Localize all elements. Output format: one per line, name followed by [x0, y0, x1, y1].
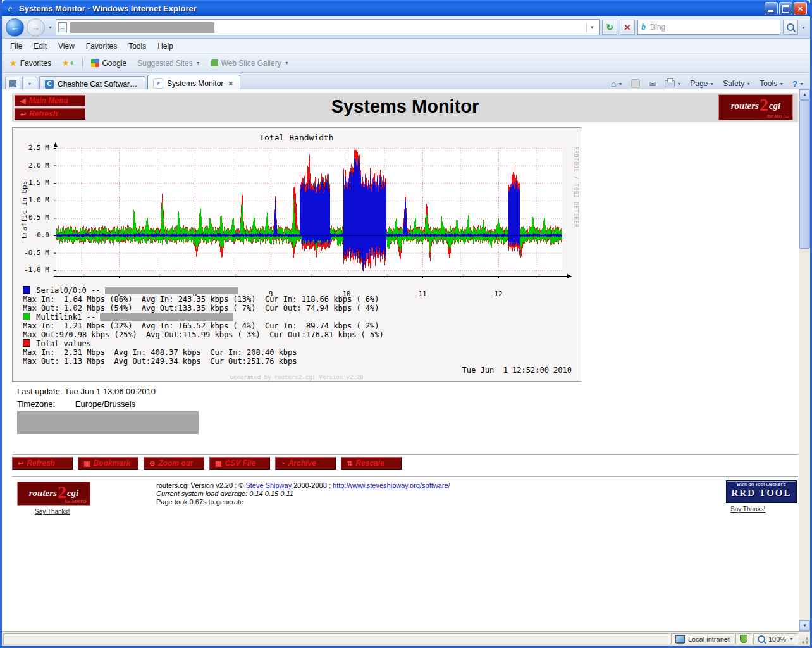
favorites-item-web-slice-gallery[interactable]: Web Slice Gallery ▼ [207, 57, 293, 70]
divider [12, 476, 798, 477]
search-input[interactable] [649, 22, 777, 32]
scroll-up-icon[interactable]: ▲ [799, 89, 810, 100]
resize-grip[interactable] [799, 633, 809, 644]
menu-view[interactable]: View [52, 39, 80, 53]
address-dropdown-icon[interactable]: ▼ [586, 23, 597, 32]
search-magnifier-icon [787, 23, 794, 31]
refresh-page-button[interactable]: ↻ [602, 20, 617, 35]
csv-file-button[interactable]: ▦CSV File [209, 457, 270, 470]
routers2cgi-logo: routers2cgi for MRTG [718, 94, 793, 120]
page-menu-button[interactable]: Page▼ [687, 78, 717, 89]
chevron-down-icon[interactable]: ▼ [789, 637, 794, 641]
close-tab-icon[interactable]: ✕ [227, 80, 234, 88]
footer-line-1: routers.cgi Version v2.20 : © Steve Ship… [156, 482, 450, 490]
search-box[interactable]: b [637, 20, 780, 35]
chevron-down-icon: ▼ [196, 61, 200, 65]
print-button[interactable]: ▼ [661, 79, 684, 89]
help-button[interactable]: ?▼ [789, 78, 807, 90]
rrdtool-logo: Built on Tobi Oetiker's RRD TOOL [726, 480, 797, 503]
legend-line: Multilink1 -- [23, 313, 574, 321]
zoom-level: 100% [768, 635, 786, 643]
graph-timestamp: Tue Jun 1 12:52:00 2010 [462, 366, 572, 375]
bing-icon: b [641, 22, 646, 32]
title-bar: e Systems Monitor - Windows Internet Exp… [2, 0, 810, 16]
scroll-down-icon[interactable]: ▼ [799, 620, 810, 631]
chevron-down-icon: ▼ [710, 82, 714, 86]
back-button[interactable]: ← [6, 18, 24, 37]
chevron-down-icon: ▼ [779, 82, 784, 86]
add-favorite-star-icon: ★ [62, 58, 70, 68]
archive-button[interactable]: ◔Archive [275, 457, 336, 470]
scrollbar-thumb[interactable] [799, 100, 810, 249]
y-tick-label: 0.0 [14, 231, 49, 239]
search-button[interactable] [783, 20, 798, 35]
redacted-box [100, 313, 233, 321]
archive-icon: ◔ [281, 459, 285, 467]
home-button[interactable]: ⌂▼ [608, 77, 625, 90]
y-tick-label: 2.5 M [14, 144, 49, 152]
menu-help[interactable]: Help [152, 39, 179, 53]
address-bar[interactable]: ▼ [56, 19, 600, 35]
add-favorite-button[interactable]: ★+ [58, 56, 78, 70]
tools-menu-button[interactable]: Tools▼ [756, 78, 787, 89]
footer-line-2: Current system load average: 0.14 0.15 0… [156, 490, 450, 498]
feeds-button[interactable] [628, 78, 643, 89]
menu-tools[interactable]: Tools [123, 39, 152, 53]
menu-favorites[interactable]: Favorites [80, 39, 123, 53]
bookmark-button[interactable]: ▣Bookmark [78, 457, 138, 470]
vertical-scrollbar[interactable]: ▲ ▼ [799, 89, 810, 631]
action-button-row: ↩Refresh▣Bookmark⊖Zoom out▦CSV File◔Arch… [12, 457, 402, 470]
window-title: Systems Monitor - Windows Internet Explo… [19, 4, 761, 13]
page-header: ◀ Main Menu ↩ Refresh Systems Monitor ro… [12, 93, 798, 122]
home-icon: ⌂ [611, 78, 616, 89]
minimize-button[interactable] [765, 2, 778, 15]
history-dropdown-icon[interactable]: ▼ [47, 25, 53, 30]
zoom-control[interactable]: 100% ▼ [753, 633, 798, 644]
zoom-out-button[interactable]: ⊖Zoom out [144, 457, 204, 470]
quick-tabs-button[interactable] [5, 77, 20, 90]
say-thanks-link[interactable]: Say Thanks! [35, 508, 70, 515]
close-button[interactable]: × [794, 2, 807, 15]
timezone-value: Europe/Brussels [75, 399, 135, 409]
forward-button[interactable]: → [27, 18, 45, 37]
software-url-link[interactable]: http://www.steveshipway.org/software/ [333, 482, 450, 489]
refresh-button[interactable]: ↩Refresh [12, 457, 73, 470]
footer-line-3: Page took 0.67s to generate [156, 498, 450, 506]
rrdtool-watermark: RRDTOOL / TOBI OETIKER [573, 147, 579, 228]
redacted-box [105, 287, 238, 294]
zoom-magnifier-icon [758, 635, 765, 643]
legend-line: Max Out: 1.13 Mbps Avg Out:249.34 kbps C… [23, 357, 574, 366]
favorites-item-suggested-sites[interactable]: Suggested Sites ▼ [133, 57, 204, 70]
quick-tabs-icon [9, 80, 16, 87]
stop-button[interactable]: ✕ [620, 20, 635, 35]
search-options-dropdown-icon[interactable]: ▼ [801, 25, 806, 30]
read-mail-button[interactable]: ✉ [646, 78, 659, 90]
graph-legend: Serial0/0:0 -- Max In: 1.64 Mbps (86%) A… [23, 286, 574, 366]
menu-file[interactable]: File [4, 39, 28, 53]
y-tick-label: -1.0 M [14, 266, 49, 274]
favorites-item-google[interactable]: Google [87, 57, 132, 70]
help-icon: ? [792, 79, 797, 89]
legend-line: Max In: 1.21 Mbps (32%) Avg In: 165.52 k… [23, 321, 574, 330]
graph-title: Total Bandwidth [13, 133, 581, 142]
menu-edit[interactable]: Edit [28, 39, 52, 53]
safety-menu-button[interactable]: Safety▼ [720, 78, 754, 89]
plus-icon: + [70, 59, 74, 66]
tab-favicon: e [153, 78, 163, 89]
print-icon [665, 80, 675, 87]
rescale-button[interactable]: ⇅Rescale [341, 457, 402, 470]
routers2cgi-footer-logo: routers2cgi for MRTG [17, 482, 90, 506]
steve-shipway-link[interactable]: Steve Shipway [245, 482, 292, 489]
restore-button[interactable] [779, 2, 792, 15]
stop-icon: ✕ [624, 23, 631, 32]
bookmark-icon: ▣ [83, 459, 90, 468]
redacted-url-box [70, 22, 214, 33]
tab-list-button[interactable]: ▼ [22, 77, 37, 90]
chevron-down-icon: ▼ [746, 82, 751, 86]
chevron-down-icon: ▼ [285, 61, 289, 65]
say-thanks-link[interactable]: Say Thanks! [730, 506, 765, 513]
favorites-button[interactable]: ★ Favorites [5, 56, 56, 70]
legend-swatch [23, 286, 30, 294]
timezone-row: Timezone: Europe/Brussels [17, 399, 135, 409]
last-update-text: Last update: Tue Jun 1 13:06:00 2010 [17, 387, 156, 396]
